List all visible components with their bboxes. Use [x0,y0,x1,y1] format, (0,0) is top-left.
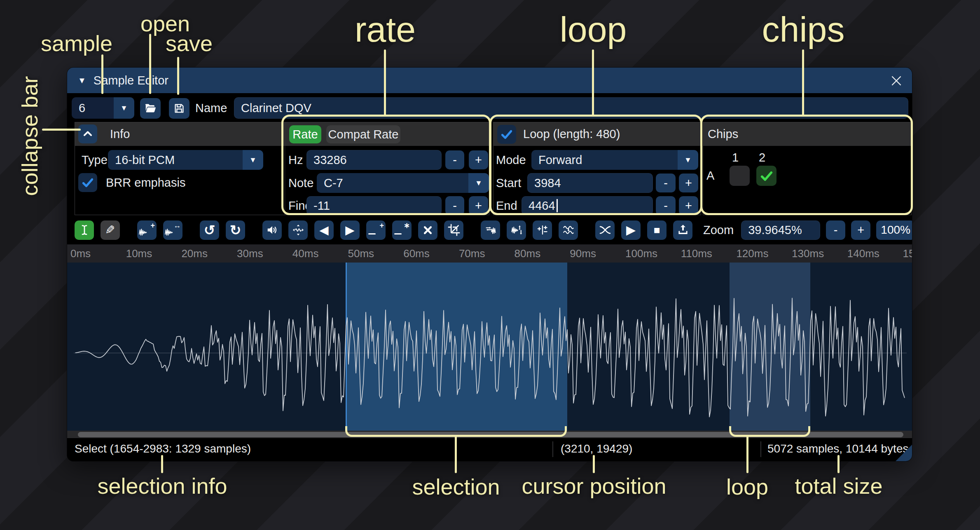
fade-out-button[interactable]: ▶ [340,220,360,240]
annotation-box-chips [700,115,913,215]
waveform-canvas[interactable] [74,263,907,431]
save-button[interactable] [169,98,189,119]
fade-out-icon: ▶ [340,220,360,240]
filter-icon [559,220,578,240]
annotation-line-open [149,34,151,94]
collapse-window-icon[interactable]: ▼ [78,76,86,85]
toolbar: ✎+↔↺↻◀▶+∗▶■ Zoom 39.9645% - + 100% [67,218,912,242]
pan-icon [288,220,308,240]
preview-icon [262,220,282,240]
brr-emphasis-label: BRR emphasis [106,173,185,192]
collapse-bar-button[interactable] [78,124,97,143]
toolbar-group: ✎ [75,220,120,240]
cursor-position-text: (3210, 19429) [561,438,632,460]
resample-button[interactable]: ↔ [163,220,182,240]
signed-unsigned-icon [533,220,552,240]
dropdown-arrow-icon[interactable]: ▼ [243,150,263,170]
fade-in-icon: ◀ [314,220,334,240]
draw-icon: ✎ [101,220,120,240]
type-value: 16-bit PCM [108,150,243,170]
stop-button[interactable]: ■ [647,220,667,240]
fade-in-button[interactable]: ◀ [314,220,334,240]
check-icon [81,176,95,190]
close-icon [889,74,903,88]
timeline-label: 140ms [847,244,879,263]
reverse-icon [481,220,500,240]
titlebar[interactable]: ▼ Sample Editor [67,68,912,93]
timeline-label: 130ms [792,244,824,263]
play-icon: ▶ [621,220,641,240]
timeline-label: 70ms [459,244,485,263]
timeline-label: 40ms [292,244,319,263]
timeline-label: 60ms [403,244,430,263]
invert-button[interactable] [507,220,526,240]
annotation-line-collapse-bar [42,129,81,131]
draw-button[interactable]: ✎ [101,220,120,240]
annotation-sample: sample [41,30,112,56]
chevron-up-icon [82,128,94,140]
annotation-chips: chips [762,9,845,50]
annotation-open: open [140,11,190,36]
play-button[interactable]: ▶ [621,220,641,240]
page: { "annotations": { "color": "#f2edae", "… [0,0,980,530]
redo-button[interactable]: ↻ [226,220,245,240]
insert-silence-button[interactable]: + [366,220,386,240]
preview-button[interactable] [262,220,282,240]
info-panel: Info Type 16-bit PCM ▼ BRR emphasis [75,122,299,215]
type-dropdown[interactable]: 16-bit PCM ▼ [108,150,263,170]
dropdown-arrow-icon[interactable]: ▼ [114,97,134,119]
annotation-total-size: total size [795,473,882,499]
zoom-reset-button[interactable]: 100% [876,220,912,240]
annotation-loop-region: loop [726,474,768,500]
toolbar-group: ↺↻ [200,220,245,240]
open-button[interactable] [140,98,161,119]
info-panel-title: Info [110,122,130,146]
timeline-label: 80ms [515,244,541,263]
sample-number-dropdown[interactable]: 6 ▼ [72,97,134,119]
toolbar-group: ▶■ [595,220,692,240]
close-button[interactable] [889,73,904,88]
zoom-in-button[interactable]: + [851,220,870,240]
filter-button[interactable] [559,220,578,240]
zoom-out-button[interactable]: - [826,220,845,240]
annotation-line-selection-info [161,455,163,473]
annotation-line-total-size [837,455,840,473]
annotation-bracket-loop [729,426,810,437]
trim-button[interactable] [444,220,463,240]
toolbar-group: +↔ [137,220,182,240]
annotation-stem-loop [746,436,748,473]
resize-grip[interactable] [895,445,912,462]
reverse-button[interactable] [481,220,500,240]
timeline-label: 0ms [70,244,91,263]
apply-silence-button[interactable]: ∗ [392,220,412,240]
toolbar-group: ◀▶+∗ [262,220,463,240]
tool-groups: ✎+↔↺↻◀▶+∗▶■ [75,220,692,240]
open-folder-icon [144,102,157,115]
export-button[interactable] [673,220,692,240]
resample-icon: ↔ [163,220,182,240]
brr-emphasis-checkbox[interactable] [78,173,97,192]
timeline-label: 110ms [681,244,712,263]
timeline-label: 50ms [348,244,374,263]
delete-button[interactable] [418,220,437,240]
undo-button[interactable]: ↺ [200,220,219,240]
amplify-icon: + [137,220,157,240]
status-separator [552,441,553,457]
delete-icon [418,220,437,240]
select-icon [75,220,94,240]
zoom-input[interactable]: 39.9645% [741,220,820,240]
timeline-label: 30ms [237,244,263,263]
apply-silence-icon: ∗ [392,220,412,240]
pan-button[interactable] [288,220,308,240]
annotation-line-sample [101,54,103,94]
crossfade-button[interactable] [595,220,615,240]
invert-icon [507,220,526,240]
select-button[interactable] [75,220,94,240]
timeline-ruler[interactable]: 0ms10ms20ms30ms40ms50ms60ms70ms80ms90ms1… [67,244,912,263]
waveform-display[interactable] [67,263,912,431]
name-value: Clarinet DQV [241,101,311,115]
signed-unsigned-button[interactable] [533,220,552,240]
amplify-button[interactable]: + [137,220,157,240]
timeline-label: 90ms [570,244,596,263]
save-icon [173,102,185,115]
